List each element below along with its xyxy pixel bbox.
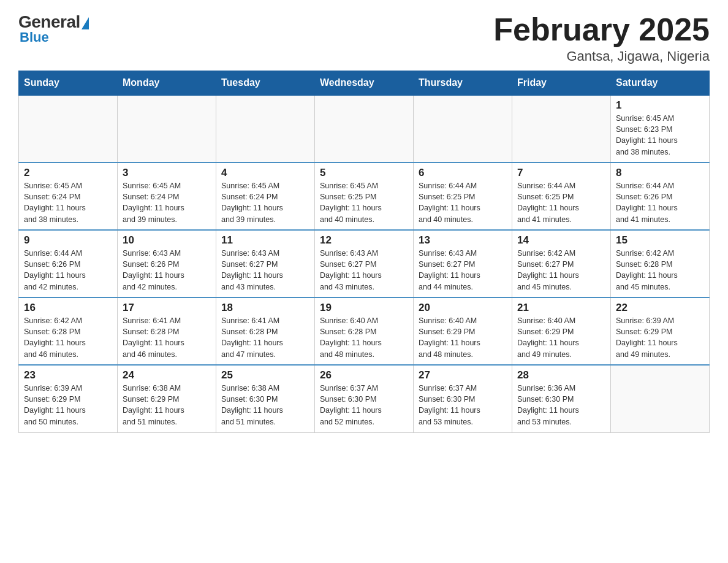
calendar-header-row: SundayMondayTuesdayWednesdayThursdayFrid… — [19, 71, 710, 96]
day-info: Sunrise: 6:43 AM Sunset: 6:27 PM Dayligh… — [221, 248, 309, 293]
day-number: 26 — [320, 369, 408, 381]
day-number: 21 — [517, 302, 605, 314]
day-info: Sunrise: 6:42 AM Sunset: 6:27 PM Dayligh… — [517, 248, 605, 293]
calendar-cell: 15Sunrise: 6:42 AM Sunset: 6:28 PM Dayli… — [611, 230, 710, 297]
day-number: 22 — [616, 302, 704, 314]
logo: General Blue — [18, 12, 89, 45]
calendar-cell: 25Sunrise: 6:38 AM Sunset: 6:30 PM Dayli… — [216, 365, 315, 432]
day-info: Sunrise: 6:38 AM Sunset: 6:30 PM Dayligh… — [221, 383, 309, 427]
day-number: 28 — [517, 369, 605, 381]
calendar-cell: 23Sunrise: 6:39 AM Sunset: 6:29 PM Dayli… — [19, 365, 118, 432]
calendar-cell: 17Sunrise: 6:41 AM Sunset: 6:28 PM Dayli… — [118, 297, 216, 365]
calendar-week-row: 9Sunrise: 6:44 AM Sunset: 6:26 PM Daylig… — [19, 230, 710, 297]
calendar-week-row: 1Sunrise: 6:45 AM Sunset: 6:23 PM Daylig… — [19, 95, 710, 163]
calendar-cell: 22Sunrise: 6:39 AM Sunset: 6:29 PM Dayli… — [611, 297, 710, 365]
calendar-cell — [315, 95, 414, 163]
calendar-cell: 6Sunrise: 6:44 AM Sunset: 6:25 PM Daylig… — [414, 163, 512, 230]
calendar-cell: 8Sunrise: 6:44 AM Sunset: 6:26 PM Daylig… — [611, 163, 710, 230]
day-number: 16 — [24, 302, 112, 314]
day-info: Sunrise: 6:45 AM Sunset: 6:24 PM Dayligh… — [221, 180, 309, 225]
title-block: February 2025 Gantsa, Jigawa, Nigeria — [493, 12, 710, 64]
day-info: Sunrise: 6:36 AM Sunset: 6:30 PM Dayligh… — [517, 383, 605, 427]
day-number: 2 — [24, 167, 112, 179]
day-info: Sunrise: 6:44 AM Sunset: 6:26 PM Dayligh… — [616, 180, 704, 225]
day-number: 24 — [123, 369, 211, 381]
day-info: Sunrise: 6:45 AM Sunset: 6:24 PM Dayligh… — [123, 180, 211, 225]
calendar-header-thursday: Thursday — [414, 71, 512, 96]
calendar-cell: 12Sunrise: 6:43 AM Sunset: 6:27 PM Dayli… — [315, 230, 414, 297]
calendar-cell: 3Sunrise: 6:45 AM Sunset: 6:24 PM Daylig… — [118, 163, 216, 230]
day-number: 12 — [320, 234, 408, 247]
location-subtitle: Gantsa, Jigawa, Nigeria — [493, 48, 710, 64]
day-info: Sunrise: 6:43 AM Sunset: 6:27 PM Dayligh… — [419, 248, 507, 293]
calendar-cell: 28Sunrise: 6:36 AM Sunset: 6:30 PM Dayli… — [512, 365, 611, 432]
calendar-cell: 26Sunrise: 6:37 AM Sunset: 6:30 PM Dayli… — [315, 365, 414, 432]
day-number: 27 — [419, 369, 507, 381]
day-info: Sunrise: 6:37 AM Sunset: 6:30 PM Dayligh… — [320, 383, 408, 427]
day-info: Sunrise: 6:45 AM Sunset: 6:24 PM Dayligh… — [24, 180, 112, 225]
day-number: 11 — [221, 234, 309, 247]
day-info: Sunrise: 6:44 AM Sunset: 6:26 PM Dayligh… — [24, 248, 112, 293]
calendar-cell: 1Sunrise: 6:45 AM Sunset: 6:23 PM Daylig… — [611, 95, 710, 163]
day-info: Sunrise: 6:43 AM Sunset: 6:26 PM Dayligh… — [123, 248, 211, 293]
day-number: 8 — [616, 167, 704, 179]
day-info: Sunrise: 6:40 AM Sunset: 6:29 PM Dayligh… — [517, 315, 605, 360]
calendar-week-row: 16Sunrise: 6:42 AM Sunset: 6:28 PM Dayli… — [19, 297, 710, 365]
day-info: Sunrise: 6:40 AM Sunset: 6:29 PM Dayligh… — [419, 315, 507, 360]
day-number: 7 — [517, 167, 605, 179]
calendar-cell: 9Sunrise: 6:44 AM Sunset: 6:26 PM Daylig… — [19, 230, 118, 297]
calendar-cell: 13Sunrise: 6:43 AM Sunset: 6:27 PM Dayli… — [414, 230, 512, 297]
day-number: 6 — [419, 167, 507, 179]
page-header: General Blue February 2025 Gantsa, Jigaw… — [18, 12, 710, 64]
day-number: 17 — [123, 302, 211, 314]
calendar-header-sunday: Sunday — [19, 71, 118, 96]
calendar-cell: 19Sunrise: 6:40 AM Sunset: 6:28 PM Dayli… — [315, 297, 414, 365]
calendar-header-wednesday: Wednesday — [315, 71, 414, 96]
calendar-cell: 7Sunrise: 6:44 AM Sunset: 6:25 PM Daylig… — [512, 163, 611, 230]
day-info: Sunrise: 6:39 AM Sunset: 6:29 PM Dayligh… — [24, 383, 112, 427]
day-number: 13 — [419, 234, 507, 247]
day-info: Sunrise: 6:37 AM Sunset: 6:30 PM Dayligh… — [419, 383, 507, 427]
calendar-cell — [216, 95, 315, 163]
logo-blue-text: Blue — [20, 29, 49, 45]
day-number: 10 — [123, 234, 211, 247]
calendar-cell: 21Sunrise: 6:40 AM Sunset: 6:29 PM Dayli… — [512, 297, 611, 365]
calendar-cell: 2Sunrise: 6:45 AM Sunset: 6:24 PM Daylig… — [19, 163, 118, 230]
calendar-cell: 14Sunrise: 6:42 AM Sunset: 6:27 PM Dayli… — [512, 230, 611, 297]
day-number: 19 — [320, 302, 408, 314]
calendar-header-saturday: Saturday — [611, 71, 710, 96]
calendar-cell: 20Sunrise: 6:40 AM Sunset: 6:29 PM Dayli… — [414, 297, 512, 365]
calendar-cell: 16Sunrise: 6:42 AM Sunset: 6:28 PM Dayli… — [19, 297, 118, 365]
day-number: 9 — [24, 234, 112, 247]
day-info: Sunrise: 6:39 AM Sunset: 6:29 PM Dayligh… — [616, 315, 704, 360]
day-info: Sunrise: 6:40 AM Sunset: 6:28 PM Dayligh… — [320, 315, 408, 360]
calendar-cell: 5Sunrise: 6:45 AM Sunset: 6:25 PM Daylig… — [315, 163, 414, 230]
day-number: 23 — [24, 369, 112, 381]
day-info: Sunrise: 6:41 AM Sunset: 6:28 PM Dayligh… — [123, 315, 211, 360]
day-number: 20 — [419, 302, 507, 314]
month-title: February 2025 — [493, 12, 710, 47]
calendar-cell: 27Sunrise: 6:37 AM Sunset: 6:30 PM Dayli… — [414, 365, 512, 432]
day-info: Sunrise: 6:43 AM Sunset: 6:27 PM Dayligh… — [320, 248, 408, 293]
day-number: 15 — [616, 234, 704, 247]
day-number: 1 — [616, 99, 704, 112]
day-info: Sunrise: 6:38 AM Sunset: 6:29 PM Dayligh… — [123, 383, 211, 427]
calendar-cell: 4Sunrise: 6:45 AM Sunset: 6:24 PM Daylig… — [216, 163, 315, 230]
logo-triangle-icon — [82, 17, 89, 29]
day-info: Sunrise: 6:41 AM Sunset: 6:28 PM Dayligh… — [221, 315, 309, 360]
day-info: Sunrise: 6:42 AM Sunset: 6:28 PM Dayligh… — [616, 248, 704, 293]
calendar-cell — [118, 95, 216, 163]
day-info: Sunrise: 6:45 AM Sunset: 6:23 PM Dayligh… — [616, 113, 704, 158]
day-info: Sunrise: 6:45 AM Sunset: 6:25 PM Dayligh… — [320, 180, 408, 225]
day-number: 3 — [123, 167, 211, 179]
day-info: Sunrise: 6:44 AM Sunset: 6:25 PM Dayligh… — [517, 180, 605, 225]
day-number: 14 — [517, 234, 605, 247]
calendar-cell — [414, 95, 512, 163]
calendar-cell — [512, 95, 611, 163]
day-number: 4 — [221, 167, 309, 179]
calendar-cell — [19, 95, 118, 163]
day-number: 5 — [320, 167, 408, 179]
calendar-week-row: 2Sunrise: 6:45 AM Sunset: 6:24 PM Daylig… — [19, 163, 710, 230]
calendar-header-friday: Friday — [512, 71, 611, 96]
calendar-table: SundayMondayTuesdayWednesdayThursdayFrid… — [18, 71, 710, 433]
